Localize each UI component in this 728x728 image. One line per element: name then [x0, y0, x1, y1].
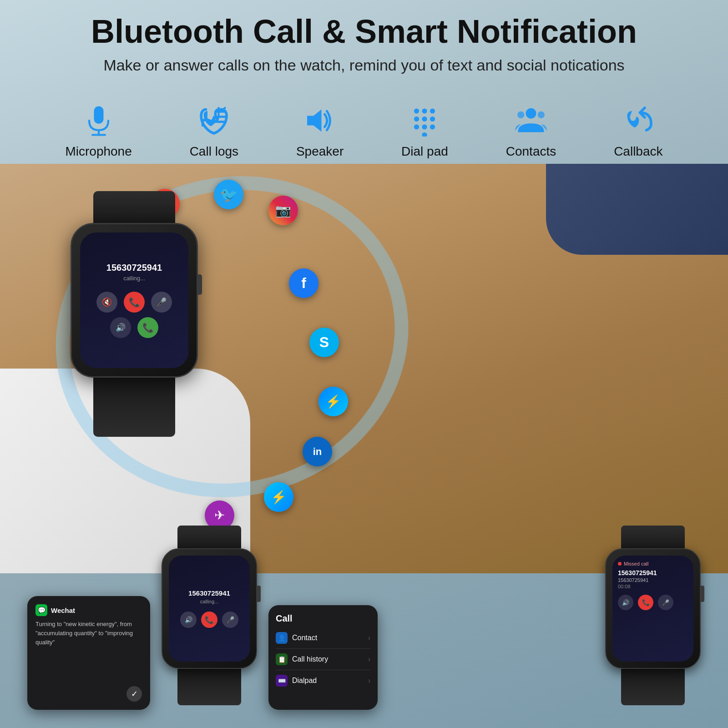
panel-calling-number: 15630725941 [188, 589, 230, 597]
messenger-right-icon: ⚡ [318, 387, 348, 416]
svg-point-17 [526, 108, 536, 119]
callback-icon [618, 102, 659, 139]
main-watch-status: calling... [123, 275, 145, 282]
watch-mic-btn[interactable]: 🎤 [151, 292, 172, 313]
dial-pad-icon [404, 102, 445, 139]
instagram-icon: 📷 [268, 196, 298, 225]
svg-rect-0 [94, 106, 103, 124]
svg-point-16 [422, 132, 427, 136]
missed-decline-btn[interactable]: 📞 [638, 595, 653, 610]
svg-point-8 [422, 109, 427, 114]
watch-vol-btn[interactable]: 🔊 [110, 317, 131, 338]
dialpad-menu-icon: ⌨️ [276, 675, 288, 687]
svg-marker-6 [307, 110, 322, 132]
feature-call-logs: Call logs [190, 102, 238, 159]
feature-callback: Callback [614, 102, 662, 159]
feature-speaker: Speaker [296, 102, 344, 159]
panel-calling-status: calling... [200, 599, 218, 604]
skype-right-icon: S [309, 328, 339, 357]
history-menu-label: Call history [292, 655, 328, 663]
missed-call-label: Missed call [624, 561, 648, 566]
calling-watch-panel: 15630725941 calling... 🔊 📞 🎤 [162, 526, 257, 705]
main-watch-number: 15630725941 [106, 263, 162, 273]
page-content: Bluetooth Call & Smart Notification Make… [0, 0, 728, 728]
wechat-app-icon: 💬 [35, 604, 47, 616]
call-menu-dialpad[interactable]: ⌨️ Dialpad › [276, 670, 370, 691]
facebook-icon: f [289, 268, 318, 298]
speaker-icon [299, 102, 340, 139]
missed-number2: 15630725941 [618, 577, 688, 583]
svg-point-11 [422, 116, 427, 121]
svg-point-7 [414, 109, 419, 114]
feature-speaker-label: Speaker [296, 144, 344, 159]
jeans [546, 164, 728, 255]
feature-microphone: Microphone [65, 102, 131, 159]
messenger-bottom-icon: ⚡ [264, 482, 293, 512]
feature-contacts-label: Contacts [506, 144, 556, 159]
missed-duration: 00:08 [618, 584, 688, 589]
watch-accept-btn[interactable]: 📞 [137, 317, 158, 338]
call-menu-contact[interactable]: 👤 Contact › [276, 627, 370, 649]
call-logs-icon [193, 102, 234, 139]
missed-call-panel: Missed call 15630725941 15630725941 00:0… [605, 526, 701, 705]
call-menu-history[interactable]: 📋 Call history › [276, 649, 370, 670]
contact-menu-label: Contact [292, 634, 317, 642]
wechat-check-btn[interactable]: ✓ [126, 686, 142, 702]
panel-vol-btn[interactable]: 🔊 [180, 612, 197, 628]
feature-contacts: Contacts [506, 102, 556, 159]
header-section: Bluetooth Call & Smart Notification Make… [0, 0, 728, 84]
subtitle: Make or answer calls on the watch, remin… [27, 55, 701, 75]
call-menu-panel: Call 👤 Contact › 📋 Call history › ⌨️ [268, 605, 378, 710]
missed-number1: 15630725941 [618, 569, 688, 576]
svg-point-12 [430, 116, 435, 121]
wechat-message: Turning to "new kinetic energy", from "a… [35, 620, 142, 682]
feature-callback-label: Callback [614, 144, 662, 159]
feature-call-logs-label: Call logs [190, 144, 238, 159]
contact-menu-icon: 👤 [276, 632, 288, 644]
svg-point-13 [414, 125, 419, 130]
microphone-icon [78, 102, 119, 139]
features-row: Microphone Call logs [0, 89, 728, 168]
panel-mic-btn[interactable]: 🎤 [222, 612, 238, 628]
missed-vol-btn[interactable]: 🔊 [618, 595, 633, 610]
svg-point-19 [538, 111, 545, 118]
bottom-panels: 💬 Wechat Turning to "new kinetic energy"… [0, 564, 728, 719]
svg-point-15 [430, 125, 435, 130]
feature-microphone-label: Microphone [65, 144, 131, 159]
call-menu-title: Call [276, 613, 370, 624]
svg-point-10 [414, 116, 419, 121]
missed-mic-btn[interactable]: 🎤 [658, 595, 673, 610]
svg-point-14 [422, 125, 427, 130]
wechat-header: 💬 Wechat [35, 604, 142, 616]
wechat-app-name: Wechat [51, 607, 75, 614]
wechat-panel: 💬 Wechat Turning to "new kinetic energy"… [27, 596, 150, 710]
feature-dial-pad: Dial pad [401, 102, 448, 159]
main-title: Bluetooth Call & Smart Notification [27, 14, 701, 50]
twitter-icon: 🐦 [214, 180, 243, 209]
dialpad-menu-label: Dialpad [292, 677, 317, 685]
svg-point-9 [430, 109, 435, 114]
history-arrow: › [368, 655, 370, 663]
history-menu-icon: 📋 [276, 653, 288, 665]
linkedin-icon: in [303, 437, 332, 466]
dialpad-arrow: › [368, 677, 370, 685]
main-watch: 15630725941 calling... 🔇 📞 🎤 🔊 📞 [71, 191, 198, 437]
contacts-icon [511, 102, 551, 139]
middle-section: M 🐦 📷 S f S ⚡ in ⚡ ✈ 15630725941 [0, 164, 728, 573]
watch-decline-btn[interactable]: 📞 [124, 292, 145, 313]
feature-dial-pad-label: Dial pad [401, 144, 448, 159]
contact-arrow: › [368, 634, 370, 642]
panel-decline-btn[interactable]: 📞 [201, 612, 217, 628]
svg-point-18 [517, 111, 524, 118]
watch-mute-btn[interactable]: 🔇 [96, 292, 117, 313]
